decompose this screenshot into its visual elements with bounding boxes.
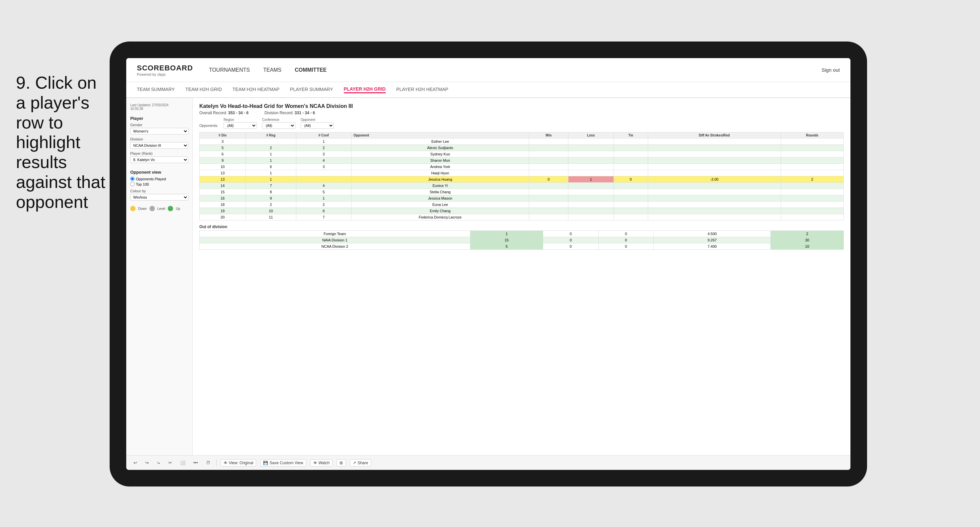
table-cell: 3 bbox=[296, 164, 351, 170]
table-cell: Haeji Hyun bbox=[351, 170, 529, 176]
sub-nav-player-h2h-heatmap[interactable]: PLAYER H2H HEATMAP bbox=[396, 87, 449, 93]
table-cell bbox=[614, 151, 648, 157]
undo-btn[interactable]: ↩ bbox=[132, 460, 139, 466]
col-opponent: Opponent bbox=[351, 132, 529, 138]
table-cell: 3 bbox=[200, 138, 246, 145]
table-cell bbox=[296, 176, 351, 183]
table-row[interactable]: 20117Federica Domecq Lacroze bbox=[200, 214, 844, 221]
sidebar-colour-by-select[interactable]: Win/loss bbox=[130, 194, 188, 201]
table-cell: Eunice Yi bbox=[351, 183, 529, 189]
table-cell bbox=[568, 189, 614, 195]
copy-btn[interactable]: ⬜ bbox=[178, 460, 187, 466]
ood-table-row[interactable]: Foreign Team1004.5002 bbox=[200, 231, 844, 237]
table-cell bbox=[568, 145, 614, 151]
col-conf: # Conf bbox=[296, 132, 351, 138]
table-cell: 16 bbox=[200, 195, 246, 202]
sidebar-gender-select[interactable]: Women's bbox=[130, 128, 188, 135]
table-row[interactable]: 1474Eunice Yi bbox=[200, 183, 844, 189]
nav-teams[interactable]: TEAMS bbox=[263, 67, 282, 73]
nav-tournaments[interactable]: TOURNAMENTS bbox=[209, 67, 250, 73]
ood-table-row[interactable]: NAIA Division 115009.26730 bbox=[200, 237, 844, 243]
sub-nav-team-summary[interactable]: TEAM SUMMARY bbox=[137, 87, 175, 93]
table-cell bbox=[781, 202, 843, 208]
ood-table-cell: 0 bbox=[598, 243, 654, 250]
ood-table-cell: 10 bbox=[771, 243, 844, 250]
save-custom-btn[interactable]: 💾 Save Custom View bbox=[260, 459, 306, 467]
opponent-select[interactable]: (All) bbox=[301, 122, 334, 129]
share-btn[interactable]: ↗ Share bbox=[350, 459, 371, 467]
panel-title: Katelyn Vo Head-to-Head Grid for Women's… bbox=[199, 103, 844, 109]
table-row[interactable]: 1585Stella Chang bbox=[200, 189, 844, 195]
table-cell bbox=[529, 157, 568, 164]
redo-btn[interactable]: ↪ bbox=[143, 460, 151, 466]
table-cell: Emily Chang bbox=[351, 208, 529, 214]
table-cell: 10 bbox=[246, 208, 296, 214]
table-cell bbox=[614, 164, 648, 170]
table-row[interactable]: 1822Euna Lee bbox=[200, 202, 844, 208]
ood-table-cell: 2 bbox=[771, 231, 844, 237]
table-row[interactable]: 613Sydney Kuo bbox=[200, 151, 844, 157]
refresh-btn[interactable]: ⤿ bbox=[155, 460, 162, 466]
cut-btn[interactable]: ✂ bbox=[166, 460, 174, 466]
table-cell: 13 bbox=[200, 170, 246, 176]
dot-up bbox=[168, 206, 173, 211]
table-row[interactable]: 1063Andrea York bbox=[200, 164, 844, 170]
ood-table-cell: 0 bbox=[598, 231, 654, 237]
sub-nav-team-h2h-heatmap[interactable]: TEAM H2H HEATMAP bbox=[232, 87, 279, 93]
ood-table-row[interactable]: NCAA Division 25007.40010 bbox=[200, 243, 844, 250]
table-row[interactable]: 1691Jessica Mason bbox=[200, 195, 844, 202]
history-btn[interactable]: ⏱ bbox=[204, 460, 212, 466]
table-cell: Federica Domecq Lacroze bbox=[351, 214, 529, 221]
col-rounds: Rounds bbox=[781, 132, 843, 138]
table-cell: 6 bbox=[246, 164, 296, 170]
ood-table-cell: 4.500 bbox=[654, 231, 770, 237]
table-row[interactable]: 19106Emily Chang bbox=[200, 208, 844, 214]
more-btn[interactable]: ••• bbox=[191, 460, 200, 466]
sidebar-gender-label: Gender bbox=[130, 123, 188, 127]
save-icon: 💾 bbox=[263, 460, 268, 465]
sidebar-player-rank-select[interactable]: 8. Katelyn Vo bbox=[130, 156, 188, 163]
sign-out-link[interactable]: Sign out bbox=[821, 67, 840, 73]
table-row[interactable]: 522Alexis Sudjianto bbox=[200, 145, 844, 151]
sub-nav-player-h2h-grid[interactable]: PLAYER H2H GRID bbox=[344, 86, 386, 93]
table-row[interactable]: 31Esther Lee bbox=[200, 138, 844, 145]
table-row[interactable]: 914Sharon Mun bbox=[200, 157, 844, 164]
sidebar-timestamp: Last Updated: 27/03/202416:55:38 bbox=[130, 103, 188, 111]
watch-btn[interactable]: 👁 Watch bbox=[310, 459, 333, 467]
sidebar-opponent-view-title: Opponent view bbox=[130, 170, 188, 175]
table-row[interactable]: 131Jessica Huang010-3.002 bbox=[200, 176, 844, 183]
col-reg: # Reg bbox=[246, 132, 296, 138]
region-filter: Region (All) bbox=[224, 118, 257, 129]
table-cell bbox=[614, 189, 648, 195]
top-nav: SCOREBOARD Powered by clippi TOURNAMENTS… bbox=[126, 58, 850, 82]
table-cell: Euna Lee bbox=[351, 202, 529, 208]
table-cell: 3 bbox=[296, 151, 351, 157]
logo-block: SCOREBOARD Powered by clippi bbox=[137, 64, 193, 76]
table-cell bbox=[568, 208, 614, 214]
watch-icon: 👁 bbox=[313, 460, 317, 465]
table-cell bbox=[529, 202, 568, 208]
sidebar-radio-opponents-played[interactable]: Opponents Played bbox=[130, 177, 188, 181]
region-select[interactable]: (All) bbox=[224, 122, 257, 129]
nav-committee[interactable]: COMMITTEE bbox=[295, 67, 326, 73]
table-cell: 15 bbox=[200, 189, 246, 195]
table-cell bbox=[246, 138, 296, 145]
table-cell bbox=[648, 164, 781, 170]
logo-title: SCOREBOARD bbox=[137, 64, 193, 72]
table-row[interactable]: 131Haeji Hyun bbox=[200, 170, 844, 176]
sub-nav-team-h2h-grid[interactable]: TEAM H2H GRID bbox=[185, 87, 222, 93]
sidebar-division-select[interactable]: NCAA Division III bbox=[130, 142, 188, 149]
sidebar-radio-group: Opponents Played Top 100 bbox=[130, 177, 188, 186]
out-of-division-table: Foreign Team1004.5002NAIA Division 11500… bbox=[199, 230, 844, 250]
table-cell: Stella Chang bbox=[351, 189, 529, 195]
table-cell bbox=[781, 183, 843, 189]
table-cell bbox=[781, 189, 843, 195]
sidebar-radio-top100[interactable]: Top 100 bbox=[130, 182, 188, 186]
view-original-btn[interactable]: 👁 View: Original bbox=[221, 459, 256, 467]
table-cell: 7 bbox=[246, 183, 296, 189]
zoom-btn[interactable]: ⊞ bbox=[337, 459, 346, 467]
sub-nav-player-summary[interactable]: PLAYER SUMMARY bbox=[290, 87, 333, 93]
conference-select[interactable]: (All) bbox=[262, 122, 295, 129]
table-cell bbox=[648, 170, 781, 176]
dot-up-label: Up bbox=[176, 207, 180, 211]
